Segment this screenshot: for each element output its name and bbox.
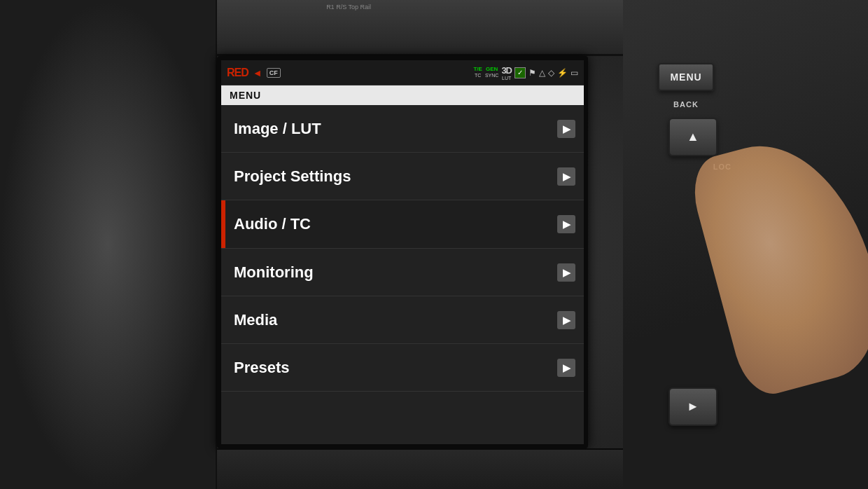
mount-icon: △ (539, 68, 545, 78)
back-hw-button-label: BACK (658, 97, 714, 112)
tc-status: T/E TC (473, 67, 482, 78)
play-hw-button[interactable]: ► (668, 387, 718, 426)
menu-item-media-label: Media (221, 311, 277, 329)
lut-3d-status: 3D LUT (501, 65, 512, 81)
status-right: T/E TC GEN SYNC 3D LUT ✓ ⚑ △ ◇ ⚡ ▭ (473, 65, 578, 81)
menu-title-bar: MENU (221, 85, 584, 105)
camera-bottom-panel (217, 448, 623, 489)
status-bar: RED ◄ CF T/E TC GEN SYNC 3D LUT ✓ ⚑ (221, 60, 584, 85)
chevron-right-audio-tc: ▶ (557, 215, 575, 233)
chevron-right-image-lut: ▶ (557, 120, 575, 138)
cf-badge: CF (267, 68, 281, 78)
wifi-icon: ◇ (548, 68, 554, 78)
menu-item-image-lut-label: Image / LUT (221, 120, 321, 138)
menu-item-presets-label: Presets (221, 359, 290, 377)
flag-icon: ⚑ (528, 68, 536, 78)
chevron-right-media: ▶ (557, 311, 575, 329)
red-logo: RED (227, 67, 248, 79)
camera-right-panel: MENU BACK ▲ LOC ► (623, 0, 868, 489)
bolt-icon: ⚡ (557, 68, 568, 78)
menu-list: Image / LUT ▶ Project Settings ▶ Audio /… (221, 105, 584, 444)
menu-hw-button[interactable]: MENU (658, 63, 714, 91)
chevron-right-project-settings: ▶ (557, 167, 575, 186)
menu-item-image-lut[interactable]: Image / LUT ▶ (221, 105, 584, 153)
chevron-right-monitoring: ▶ (557, 263, 575, 282)
arrow-logo: ◄ (253, 67, 262, 78)
menu-item-media[interactable]: Media ▶ (221, 296, 584, 344)
menu-item-presets[interactable]: Presets ▶ (221, 344, 584, 392)
camera-left-panel (0, 0, 217, 489)
menu-item-project-settings-label: Project Settings (221, 167, 351, 186)
menu-item-audio-tc[interactable]: Audio / TC ▶ (221, 200, 584, 249)
menu-title-text: MENU (230, 90, 261, 101)
menu-item-monitoring-label: Monitoring (221, 263, 314, 282)
camera-top-panel: R1 R/S Top Rail (217, 0, 623, 56)
up-hw-button[interactable]: ▲ (668, 118, 718, 156)
chevron-right-presets: ▶ (557, 359, 575, 377)
top-detail-label: R1 R/S Top Rail (326, 4, 371, 11)
menu-item-audio-tc-label: Audio / TC (225, 215, 311, 233)
status-left: RED ◄ CF (227, 67, 281, 79)
battery-icon: ▭ (570, 68, 578, 78)
hand-overlay (685, 124, 868, 401)
menu-item-project-settings[interactable]: Project Settings ▶ (221, 153, 584, 200)
camera-screen-container: RED ◄ CF T/E TC GEN SYNC 3D LUT ✓ ⚑ (217, 56, 588, 448)
menu-item-monitoring[interactable]: Monitoring ▶ (221, 249, 584, 296)
lcd-screen: RED ◄ CF T/E TC GEN SYNC 3D LUT ✓ ⚑ (221, 60, 584, 444)
gen-status: GEN SYNC (485, 67, 498, 78)
lut-check-icon: ✓ (514, 67, 526, 78)
